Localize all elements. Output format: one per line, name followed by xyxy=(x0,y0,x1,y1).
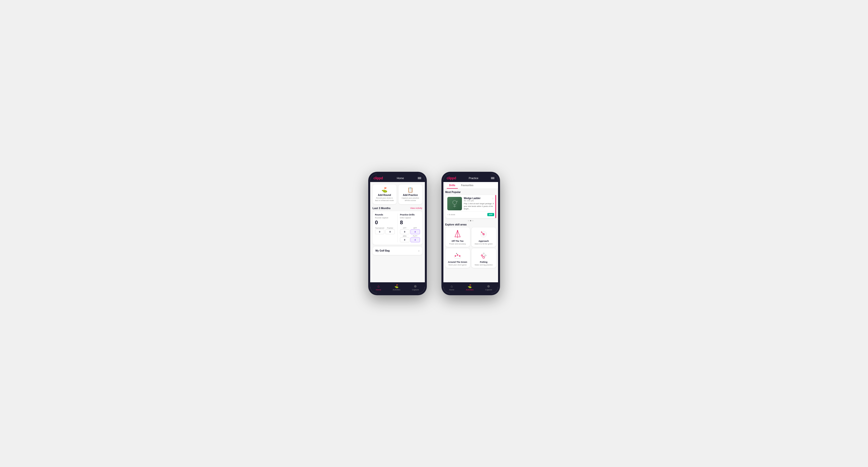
svg-point-18 xyxy=(456,253,457,254)
nav-home-right[interactable]: ⌂ Home xyxy=(449,284,454,291)
arg-value: 0 xyxy=(400,238,409,242)
skill-putting[interactable]: Putting Make and lag practice xyxy=(471,248,496,268)
around-green-name: Around The Green xyxy=(447,261,468,263)
svg-line-5 xyxy=(458,230,460,237)
drills-title: Practice Drills xyxy=(400,214,420,216)
logo-left: clippd xyxy=(374,176,383,180)
tab-drills[interactable]: Drills xyxy=(447,182,458,189)
add-practice-card[interactable]: 📋 Add Practice Capture your practice off… xyxy=(399,184,423,204)
shots-label: ○ 9 shots xyxy=(447,214,455,216)
dot-2[interactable] xyxy=(470,220,471,221)
featured-drill-footer: ○ 9 shots APP xyxy=(447,212,494,216)
rounds-big-number: 0 xyxy=(375,219,395,226)
add-practice-title: Add Practice xyxy=(400,194,421,196)
putting-icon-wrap xyxy=(479,251,489,259)
activities-label-left: Activities xyxy=(393,289,400,291)
golf-bag-chevron: › xyxy=(418,249,420,252)
nav-capture-left[interactable]: ⊕ Capture xyxy=(412,284,419,291)
carousel-dots xyxy=(445,220,496,221)
tab-favourites[interactable]: Favourites xyxy=(459,182,476,189)
favourite-star-icon[interactable]: ☆ xyxy=(492,197,494,200)
dot-3 xyxy=(472,220,473,221)
right-phone: clippd Practice Drills Favourites Most P… xyxy=(441,172,500,295)
capture-icon-left: ⊕ xyxy=(414,284,417,288)
featured-drill-card[interactable]: Wedge Ladder 50–100 yds ☆ Play 1 shot at… xyxy=(445,195,496,218)
skill-off-the-tee[interactable]: Off The Tee Power and accuracy xyxy=(445,227,470,247)
left-phone: clippd Home ⛳ Add Round Record your shot… xyxy=(368,172,427,295)
shots-count: 9 shots xyxy=(449,214,455,216)
dot-1 xyxy=(468,220,469,221)
add-round-card[interactable]: ⛳ Add Round Record your shots in fast or… xyxy=(373,184,397,204)
home-label-left: Home xyxy=(376,289,381,291)
putt-value: 4 xyxy=(410,238,420,242)
explore-label: Explore skill areas xyxy=(445,223,496,226)
drills-col: Practice Drills Drills Capture 8 OTT 0 A… xyxy=(400,214,420,242)
skill-around-green[interactable]: Around The Green Hone your short game xyxy=(445,248,470,268)
golf-bag-row[interactable]: My Golf Bag › xyxy=(373,247,423,255)
nav-activities-right[interactable]: ⛳ Activities xyxy=(466,284,474,291)
add-round-desc: Record your shots in fast or enhanced mo… xyxy=(375,197,395,202)
approach-icon-wrap xyxy=(479,230,489,239)
menu-button-right[interactable] xyxy=(491,177,494,179)
putt-label: PUTT xyxy=(410,235,420,237)
rounds-col: Rounds Rounds Capture 0 Tournament 0 Pra… xyxy=(375,214,395,242)
putting-desc: Make and lag practice xyxy=(473,264,494,266)
shots-icon: ○ xyxy=(447,214,448,216)
skill-grid: Off The Tee Power and accuracy xyxy=(445,227,496,268)
add-round-icon: ⛳ xyxy=(375,187,395,193)
capture-label-right: Capture xyxy=(485,289,492,291)
svg-line-4 xyxy=(455,230,458,237)
app-label: APP xyxy=(410,227,420,229)
featured-drill-info: Wedge Ladder 50–100 yds ☆ Play 1 shot at… xyxy=(464,197,494,210)
featured-drill-title: Wedge Ladder xyxy=(464,197,481,199)
left-content: ⛳ Add Round Record your shots in fast or… xyxy=(370,182,425,282)
capture-icon-right: ⊕ xyxy=(487,284,490,288)
rounds-capture-label: Rounds Capture xyxy=(375,217,395,219)
rounds-sub-grid: Tournament 0 Practice 0 xyxy=(375,227,395,234)
activity-section-header: Last 3 Months View Activity xyxy=(373,207,423,210)
svg-point-13 xyxy=(481,231,482,232)
right-bottom-nav: ⌂ Home ⛳ Activities ⊕ Capture xyxy=(443,282,498,293)
add-round-title: Add Round xyxy=(375,194,395,196)
drills-sub-grid: OTT 0 APP 4 xyxy=(400,227,420,234)
rounds-title: Rounds xyxy=(375,214,395,216)
home-icon-left: ⌂ xyxy=(377,284,379,288)
approach-name: Approach xyxy=(473,240,494,242)
app-item: APP 4 xyxy=(410,227,420,234)
putting-name: Putting xyxy=(473,261,494,263)
nav-activities-left[interactable]: ⛳ Activities xyxy=(393,284,400,291)
home-label-right: Home xyxy=(449,289,454,291)
right-header: clippd Practice xyxy=(443,174,498,182)
tournament-label: Tournament xyxy=(375,227,384,229)
practice-content: Most Popular xyxy=(443,189,498,282)
drills-sub-grid-2: ARG 0 PUTT 4 xyxy=(400,235,420,242)
svg-point-14 xyxy=(454,256,461,259)
arg-label: ARG xyxy=(400,235,409,237)
page-title-right: Practice xyxy=(469,177,478,180)
action-cards-row: ⛳ Add Round Record your shots in fast or… xyxy=(373,184,423,204)
nav-home-left[interactable]: ⌂ Home xyxy=(376,284,381,291)
scroll-indicator xyxy=(495,195,496,218)
practice-value: 0 xyxy=(385,229,395,234)
featured-drill-image xyxy=(447,197,462,210)
home-icon-right: ⌂ xyxy=(451,284,453,288)
nav-capture-right[interactable]: ⊕ Capture xyxy=(485,284,492,291)
approach-desc: Dial-in to hit the green xyxy=(473,243,494,245)
capture-label-left: Capture xyxy=(412,289,419,291)
putt-item: PUTT 4 xyxy=(410,235,420,242)
arg-item: ARG 0 xyxy=(400,235,409,242)
tournament-value: 0 xyxy=(375,229,384,234)
menu-button-left[interactable] xyxy=(418,177,421,179)
app-value: 4 xyxy=(410,229,420,234)
view-activity-link[interactable]: View Activity xyxy=(410,207,423,209)
tournament-item: Tournament 0 xyxy=(375,227,384,234)
svg-point-3 xyxy=(457,201,458,202)
page-title-left: Home xyxy=(397,177,404,180)
around-green-desc: Hone your short game xyxy=(447,264,468,266)
ott-label: OTT xyxy=(400,227,409,229)
tab-bar: Drills Favourites xyxy=(443,182,498,189)
skill-approach[interactable]: Approach Dial-in to hit the green xyxy=(471,227,496,247)
add-practice-desc: Capture your practice off-the-course xyxy=(400,197,421,202)
left-bottom-nav: ⌂ Home ⛳ Activities ⊕ Capture xyxy=(370,282,425,293)
golf-bag-label: My Golf Bag xyxy=(376,249,390,252)
